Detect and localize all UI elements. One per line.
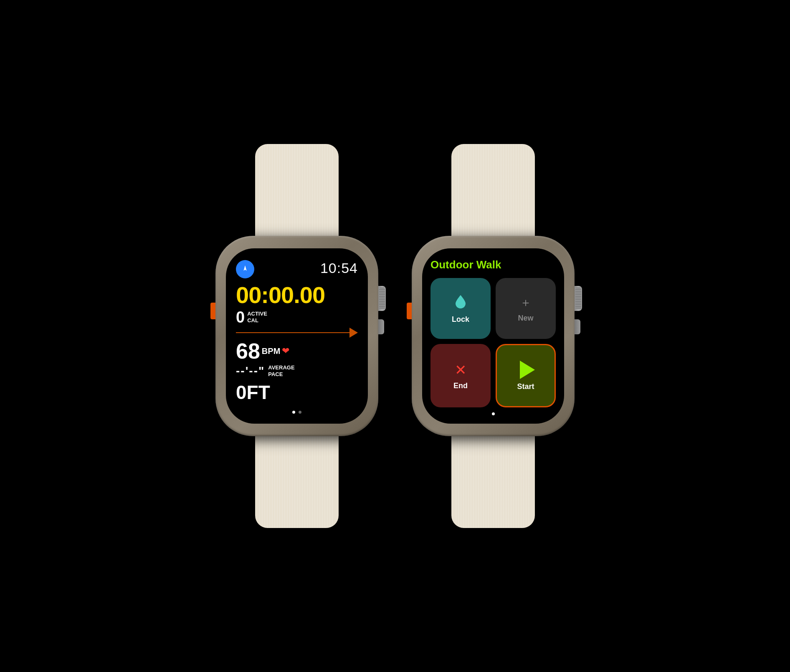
heart-rate-row: 68 BPM ❤	[236, 340, 358, 362]
end-button[interactable]: ✕ End	[430, 344, 491, 407]
page-dot-2	[299, 411, 301, 414]
band-top-right	[451, 144, 535, 236]
pace-label: AVERAGEPACE	[268, 364, 294, 377]
compass-arrow-icon	[241, 265, 250, 274]
play-icon	[520, 361, 535, 379]
active-cal-row: 0 ACTIVECAL	[236, 309, 358, 325]
workout-grid: Lock ＋ New ✕ End Start	[430, 278, 556, 407]
navigation-icon	[236, 260, 254, 278]
watch-screen-right: Outdoor Walk Lock ＋ New	[422, 248, 564, 424]
drop-svg	[453, 293, 468, 308]
x-icon: ✕	[455, 361, 466, 378]
end-label: End	[453, 381, 468, 390]
divider-line	[236, 332, 349, 333]
bpm-label: BPM	[262, 346, 280, 356]
band-bottom-right	[451, 436, 535, 528]
start-button[interactable]: Start	[496, 344, 556, 407]
arrow-icon	[349, 328, 358, 338]
water-drop-icon	[453, 293, 468, 312]
screen-left-content: 10:54 00:00.00 0 ACTIVECAL 68 BPM ❤	[226, 248, 368, 424]
watch-side-button-left[interactable]	[378, 319, 384, 334]
screen-header: 10:54	[236, 260, 358, 278]
page-dots-left	[236, 411, 358, 415]
lock-label: Lock	[452, 315, 469, 324]
watch-orange-btn-left[interactable]	[210, 303, 215, 319]
plus-icon: ＋	[520, 295, 532, 311]
watch-body-left: 10:54 00:00.00 0 ACTIVECAL 68 BPM ❤	[215, 236, 378, 436]
new-label: New	[518, 314, 533, 323]
watch-side-button-right[interactable]	[575, 319, 580, 334]
watch-orange-btn-right[interactable]	[407, 303, 412, 319]
watch-crown-right[interactable]	[575, 286, 582, 311]
page-dots-right	[430, 412, 556, 415]
screen-right-content: Outdoor Walk Lock ＋ New	[422, 248, 564, 424]
pace-value: --'--"	[236, 364, 265, 378]
heart-icon: ❤	[282, 346, 289, 356]
time-display: 10:54	[320, 260, 358, 276]
band-bottom-left	[255, 436, 339, 528]
left-watch: 10:54 00:00.00 0 ACTIVECAL 68 BPM ❤	[215, 144, 378, 528]
divider-arrow	[236, 328, 358, 338]
active-cal-label: ACTIVECAL	[247, 311, 267, 323]
timer-display: 00:00.00	[236, 283, 358, 307]
bpm-value: 68	[236, 340, 260, 362]
watch-body-right: Outdoor Walk Lock ＋ New	[412, 236, 575, 436]
lock-button[interactable]: Lock	[430, 278, 491, 339]
workout-title: Outdoor Walk	[430, 258, 556, 271]
watch-crown-left[interactable]	[378, 286, 386, 311]
band-top-left	[255, 144, 339, 236]
active-cal-value: 0	[236, 309, 245, 325]
distance-display: 0FT	[236, 381, 358, 404]
watch-screen-left: 10:54 00:00.00 0 ACTIVECAL 68 BPM ❤	[226, 248, 368, 424]
pace-row: --'--" AVERAGEPACE	[236, 364, 358, 378]
right-watch: Outdoor Walk Lock ＋ New	[412, 144, 575, 528]
start-label: Start	[517, 382, 534, 391]
new-workout-button[interactable]: ＋ New	[496, 278, 556, 339]
page-dot-1	[292, 411, 295, 414]
page-dot-right-1	[492, 412, 495, 415]
